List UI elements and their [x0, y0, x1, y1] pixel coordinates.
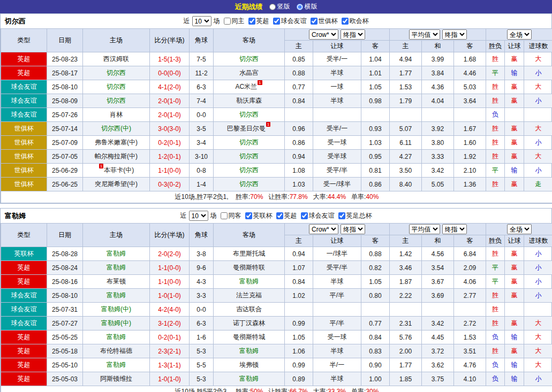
away-team-link[interactable]: 富勒姆 [239, 278, 259, 285]
away-team-link[interactable]: 法兰克福 [236, 291, 262, 299]
recent-count-select[interactable]: 10 [189, 211, 208, 221]
league-filter[interactable]: 英超 [276, 211, 297, 220]
home-team-link[interactable]: 富勒姆 [107, 264, 126, 271]
away-team-link[interactable]: 吉达联合 [236, 305, 262, 313]
away-team-link[interactable]: 曼彻斯特城 [233, 333, 265, 341]
home-team-link[interactable]: 切尔西 [107, 69, 126, 76]
league-filter[interactable]: 世俱杯 [311, 17, 338, 26]
score-cell: 3-0(3-0) [150, 122, 190, 136]
league-checkbox[interactable] [245, 212, 252, 219]
odds-provider-select[interactable]: Crow* [309, 29, 338, 40]
away-team-link[interactable]: 富勒姆 [239, 375, 259, 382]
match-row: 球会友谊25-07-31富勒姆(中)4-2(4-0)0-0吉达联合胜 [1, 303, 552, 317]
league-checkbox[interactable] [311, 18, 317, 25]
odds-stage-select[interactable]: 终指 [341, 224, 365, 234]
recent-count-select[interactable]: 10 [192, 16, 211, 26]
league-filter[interactable]: 欧会杯 [342, 17, 369, 26]
league-checkbox[interactable] [338, 212, 345, 219]
corner-cell: 3-5 [190, 122, 214, 136]
avg-source-select[interactable]: 平均值 [409, 224, 440, 234]
away-team-link[interactable]: 埃弗顿 [239, 361, 259, 368]
home-team-link[interactable]: 肖林 [110, 111, 123, 118]
home-team-link[interactable]: 布伦特福德 [100, 347, 132, 355]
odds-stage-select[interactable]: 终指 [341, 29, 365, 40]
home-team-link[interactable]: 富勒姆 [107, 250, 126, 257]
away-team-link[interactable]: 曼彻斯特联 [233, 264, 265, 271]
score-cell: 0-2(0-1) [150, 136, 190, 150]
home-team-link[interactable]: 阿斯顿维拉 [100, 375, 132, 382]
league-checkbox[interactable] [248, 18, 255, 25]
away-team-link[interactable]: 切尔西 [239, 55, 259, 63]
handicap-cell: 半球 [313, 66, 361, 80]
match-row: 球会友谊25-08-09切尔西2-0(1-0)7-4勒沃库森0.84半球0.98… [1, 94, 552, 108]
view-horizontal-radio[interactable] [297, 4, 303, 10]
league-checkbox[interactable] [301, 212, 308, 219]
home-team-cell: 1本菲卡(中) [83, 164, 150, 178]
avg-home-cell: 1.77 [390, 358, 422, 372]
home-team-link[interactable]: 富勒姆(中) [101, 319, 131, 327]
avg-source-select[interactable]: 平均值 [409, 29, 440, 40]
avg-group-header: 平均值终指 [390, 29, 486, 41]
away-team-link[interactable]: 切尔西 [239, 180, 259, 188]
home-team-link[interactable]: 富勒姆 [107, 361, 126, 368]
league-checkbox[interactable] [273, 18, 280, 25]
scope-select[interactable]: 全场 [507, 224, 532, 234]
home-team-link[interactable]: 帕尔梅拉斯(中) [95, 152, 138, 160]
away-team-link[interactable]: 巴黎圣日尔曼 [227, 125, 266, 132]
away-team-link[interactable]: 布里斯托城 [233, 250, 265, 257]
scope-select[interactable]: 全场 [507, 29, 532, 40]
score-cell: 2-3(2-1) [150, 344, 190, 358]
away-team-link[interactable]: 切尔西 [239, 166, 259, 174]
away-team-link[interactable]: 切尔西 [239, 111, 259, 118]
view-vertical-option[interactable]: 竖版 [269, 2, 290, 11]
league-filter[interactable]: 英足总杯 [338, 211, 372, 220]
home-team-link[interactable]: 西汉姆联 [103, 55, 129, 63]
top-bar: 近期战绩 竖版 横版 [0, 0, 552, 13]
away-team-link[interactable]: AC米兰 [235, 83, 257, 90]
corner-cell: 1-4 [190, 178, 214, 191]
home-team-link[interactable]: 本菲卡(中) [104, 166, 134, 174]
home-team-link[interactable]: 布莱顿 [107, 278, 126, 285]
away-team-link[interactable]: 勒沃库森 [236, 97, 262, 104]
home-team-link[interactable]: 切尔西 [107, 97, 126, 104]
odds-provider-select[interactable]: Crow* [309, 224, 338, 234]
result-cell: 负 [486, 108, 505, 122]
same-venue-filter[interactable]: 同客 [221, 211, 241, 220]
same-venue-checkbox[interactable] [224, 18, 231, 25]
result-cell: 胜 [486, 94, 505, 108]
away-team-link[interactable]: 富勒姆 [239, 347, 259, 355]
home-team-link[interactable]: 突尼斯希望(中) [95, 180, 138, 188]
league-checkbox[interactable] [342, 18, 349, 25]
handicap-cell: 半/一 [313, 358, 361, 372]
home-team-link[interactable]: 切尔西(中) [101, 125, 131, 132]
away-team-link[interactable]: 诺丁汉森林 [233, 319, 265, 327]
avg-away-cell: 1.68 [454, 52, 486, 66]
score-cell: 2-0(1-0) [150, 94, 190, 108]
avg-stage-select[interactable]: 终指 [442, 29, 467, 40]
avg-stage-select[interactable]: 终指 [442, 224, 467, 234]
home-team-link[interactable]: 富勒姆 [107, 291, 126, 299]
league-label: 球会友谊 [309, 211, 335, 220]
away-team-link[interactable]: 水晶宫 [239, 69, 259, 76]
same-venue-checkbox[interactable] [221, 212, 228, 219]
league-filter[interactable]: 球会友谊 [301, 211, 335, 220]
handicap-result-cell: 输 [505, 330, 524, 344]
league-filter[interactable]: 英超 [248, 17, 269, 26]
view-vertical-radio[interactable] [269, 4, 276, 10]
league-checkbox[interactable] [276, 212, 283, 219]
league-filter[interactable]: 球会友谊 [273, 17, 307, 26]
avg-home-cell: 5.76 [390, 330, 422, 344]
odds-away-cell: 0.83 [361, 344, 390, 358]
handicap-result-cell: 赢 [505, 122, 524, 136]
home-team-link[interactable]: 弗鲁米嫩塞(中) [95, 139, 138, 146]
home-team-cell: 切尔西 [83, 80, 150, 94]
handicap-cell: 受半/一 [313, 52, 361, 66]
home-team-link[interactable]: 切尔西 [107, 83, 126, 90]
away-team-link[interactable]: 切尔西 [239, 139, 259, 146]
same-venue-filter[interactable]: 同主 [224, 17, 245, 26]
view-horizontal-option[interactable]: 横版 [297, 2, 317, 11]
home-team-link[interactable]: 富勒姆(中) [101, 305, 131, 313]
away-team-link[interactable]: 切尔西 [239, 152, 259, 160]
league-filter[interactable]: 英联杯 [245, 211, 273, 220]
home-team-link[interactable]: 富勒姆 [107, 333, 126, 341]
